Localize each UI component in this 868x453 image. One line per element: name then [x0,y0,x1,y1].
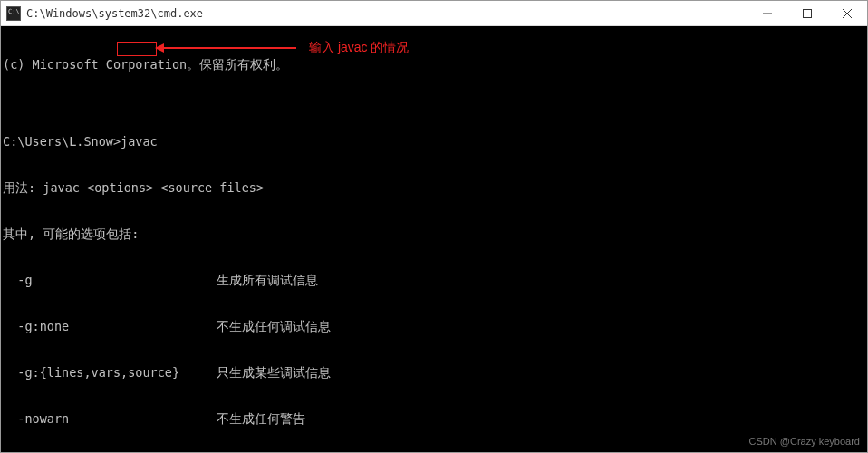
window-title: C:\Windows\system32\cmd.exe [26,7,747,20]
annotation-highlight-box [117,42,157,56]
output-line: 用法: javac <options> <source files> [3,180,865,196]
watermark: CSDN @Crazy keyboard [749,434,860,449]
annotation-label: 输入 javac 的情况 [309,40,409,55]
output-line: -g:none 不生成任何调试信息 [3,319,865,334]
annotation-arrow [160,47,296,49]
terminal-output[interactable]: (c) Microsoft Corporation。保留所有权利。 C:\Use… [1,26,867,452]
output-line: (c) Microsoft Corporation。保留所有权利。 [3,57,865,72]
svg-rect-1 [804,9,812,17]
close-button[interactable] [827,1,867,26]
maximize-button[interactable] [787,1,827,26]
output-line: -nowarn 不生成任何警告 [3,411,865,427]
minimize-button[interactable] [747,1,787,26]
titlebar[interactable]: C:\Windows\system32\cmd.exe [1,1,867,26]
prompt-line: C:\Users\L.Snow>javac [3,134,865,149]
output-line: -g 生成所有调试信息 [3,273,865,288]
cmd-icon [6,6,21,21]
output-line: 其中, 可能的选项包括: [3,226,865,242]
window-controls [747,1,867,26]
cmd-window: C:\Windows\system32\cmd.exe (c) Microsof… [0,0,868,453]
output-line: -g:{lines,vars,source} 只生成某些调试信息 [3,365,865,381]
